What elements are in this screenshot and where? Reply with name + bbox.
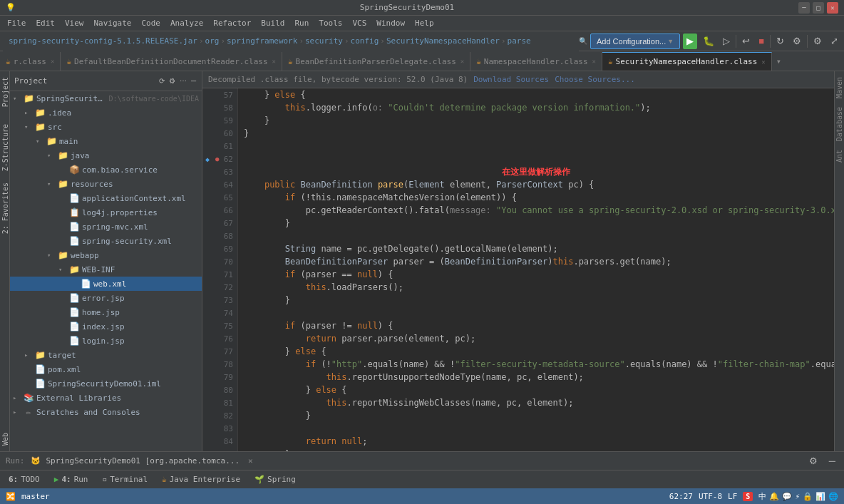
- maven-side-label[interactable]: Maven: [835, 74, 843, 101]
- update-button[interactable]: ↻: [773, 34, 787, 49]
- choose-sources-link[interactable]: Choose Sources...: [555, 75, 635, 84]
- menu-tools[interactable]: Tools: [314, 17, 346, 29]
- tab-namespacehandler[interactable]: ☕ NamespaceHandler.class ✕: [470, 52, 602, 71]
- code-content[interactable]: } else { this.logger.info(o: "Couldn't d…: [238, 88, 834, 451]
- sidebar-sync-button[interactable]: ⟳: [158, 73, 166, 89]
- tab-securitynamespace[interactable]: ☕ SecurityNamespaceHandler.class ✕: [602, 52, 772, 71]
- tree-item-homejsp[interactable]: 📄 home.jsp: [10, 305, 202, 319]
- terminal-tab[interactable]: ▫ Terminal: [97, 473, 154, 485]
- run-tab[interactable]: ▶ 4: Run: [48, 473, 94, 485]
- tree-item-loginjsp[interactable]: 📄 login.jsp: [10, 334, 202, 348]
- sidebar-minimize-button[interactable]: ─: [190, 73, 197, 89]
- status-icon4: 🔒: [803, 492, 813, 501]
- minimize-button[interactable]: ─: [798, 2, 810, 14]
- menu-code[interactable]: Code: [137, 17, 165, 29]
- breadcrumb-org[interactable]: org: [205, 36, 220, 46]
- menu-view[interactable]: View: [61, 17, 88, 29]
- tree-item-webxml[interactable]: 📄 web.xml: [10, 277, 202, 291]
- tree-item-webinf[interactable]: ▾ 📁 WEB-INF: [10, 262, 202, 277]
- debug-button[interactable]: 🐛: [700, 34, 717, 49]
- tree-item-springmvc[interactable]: 📄 spring-mvc.xml: [10, 220, 202, 234]
- tree-item-resources[interactable]: ▾ 📁 resources: [10, 177, 202, 191]
- tree-item-project[interactable]: ▾ 📁 SpringSecurityDemo01 D:\software-cod…: [10, 91, 202, 106]
- tree-item-webapp[interactable]: ▾ 📁 webapp: [10, 248, 202, 262]
- menu-vcs[interactable]: VCS: [348, 17, 371, 29]
- tab-more-button[interactable]: ▾: [772, 52, 786, 71]
- java-enterprise-tab[interactable]: ☕ Java Enterprise: [156, 473, 246, 485]
- tree-item-target[interactable]: ▸ 📁 target: [10, 348, 202, 362]
- menu-build[interactable]: Build: [257, 17, 289, 29]
- close-button[interactable]: ✕: [827, 2, 838, 14]
- tree-label-java: java: [71, 151, 90, 160]
- menu-window[interactable]: Window: [372, 17, 409, 29]
- tree-item-errorjsp[interactable]: 📄 error.jsp: [10, 291, 202, 305]
- tab-close-4[interactable]: ✕: [592, 58, 596, 65]
- menu-edit[interactable]: Edit: [32, 17, 60, 29]
- breadcrumb-handler[interactable]: SecurityNamespaceHandler: [386, 36, 500, 46]
- tree-item-appcontext[interactable]: 📄 applicationContext.xml: [10, 191, 202, 205]
- spring-tab[interactable]: 🌱 Spring: [249, 473, 302, 485]
- menu-file[interactable]: File: [3, 17, 31, 29]
- breadcrumb-springframework[interactable]: springframework: [227, 36, 297, 46]
- tree-item-service[interactable]: 📦 com.biao.service: [10, 163, 202, 177]
- run-close-button[interactable]: ✕: [248, 456, 253, 466]
- zstructure-side-label[interactable]: Z-Structure: [0, 118, 11, 177]
- tab-close-3[interactable]: ✕: [460, 58, 464, 65]
- download-sources-link[interactable]: Download Sources: [473, 75, 549, 84]
- jsp-icon-3: 📄: [68, 322, 80, 331]
- tab-close-5[interactable]: ✕: [761, 58, 765, 66]
- menu-run[interactable]: Run: [290, 17, 313, 29]
- add-configuration-button[interactable]: Add Configuration... ▼: [590, 34, 680, 49]
- sidebar-gear-button[interactable]: ⚙: [168, 73, 177, 89]
- tree-label-resources: resources: [71, 180, 113, 189]
- expand-button[interactable]: ⤢: [828, 34, 841, 49]
- tree-item-src[interactable]: ▾ 📁 src: [10, 120, 202, 134]
- breadcrumb-parse[interactable]: parse: [508, 36, 531, 46]
- favorites-side-label[interactable]: 2: Favorites: [0, 177, 11, 240]
- tab-close-2[interactable]: ✕: [272, 58, 276, 65]
- toolbar-divider: [736, 35, 736, 48]
- sidebar-settings-button[interactable]: ⋯: [178, 73, 188, 89]
- tree-item-idea[interactable]: ▸ 📁 .idea: [10, 106, 202, 120]
- tab-defaultbean[interactable]: ☕ DefaultBeanDefinitionDocumentReader.cl…: [61, 52, 282, 71]
- menu-refactor[interactable]: Refactor: [209, 17, 255, 29]
- sdk-button[interactable]: ⚙: [790, 34, 804, 49]
- project-side-label[interactable]: Project: [0, 71, 11, 113]
- menu-help[interactable]: Help: [411, 17, 438, 29]
- stop-button[interactable]: ■: [756, 34, 767, 49]
- tree-item-indexjsp[interactable]: 📄 index.jsp: [10, 319, 202, 334]
- database-side-label[interactable]: Database: [835, 104, 843, 144]
- jsp-icon-1: 📄: [68, 293, 80, 303]
- tree-item-extlibs[interactable]: ▸ 📚 External Libraries: [10, 391, 202, 405]
- ant-side-label[interactable]: Ant: [835, 147, 843, 165]
- tree-item-springsec[interactable]: 📄 spring-security.xml: [10, 234, 202, 248]
- decompile-message: Decompiled .class file, bytecode version…: [208, 75, 468, 84]
- tab-beandefinitionparser[interactable]: ☕ BeanDefinitionParserDelegate.class ✕: [282, 52, 470, 71]
- settings-button[interactable]: ⚙: [810, 34, 825, 49]
- extlibs-icon: 📚: [23, 393, 34, 403]
- run-minimize-button[interactable]: ─: [826, 453, 838, 469]
- tab-close-1[interactable]: ✕: [51, 58, 54, 65]
- web-side-label[interactable]: Web: [0, 427, 9, 451]
- run-coverage-button[interactable]: ▷: [720, 34, 733, 49]
- tab-rclass[interactable]: ☕ r.class ✕: [0, 52, 61, 71]
- sidebar-toolbar: ⟳ ⚙ ⋯ ─: [158, 73, 197, 89]
- maximize-button[interactable]: □: [813, 2, 824, 14]
- run-settings-button[interactable]: ⚙: [806, 453, 820, 469]
- breadcrumb-jar[interactable]: spring-security-config-5.1.5.RELEASE.jar: [9, 36, 197, 46]
- rerun-button[interactable]: ↩: [739, 34, 753, 49]
- tree-item-java[interactable]: ▾ 📁 java: [10, 148, 202, 163]
- tree-item-log4j[interactable]: 📋 log4j.properties: [10, 205, 202, 220]
- tree-item-pom[interactable]: 📄 pom.xml: [10, 362, 202, 376]
- web-label[interactable]: Web: [0, 427, 11, 451]
- far-left-spacer: Project Z-Structure 2: Favorites: [0, 71, 9, 427]
- run-button[interactable]: ▶: [683, 34, 697, 49]
- breadcrumb-security[interactable]: security: [305, 36, 343, 46]
- tree-item-scratches[interactable]: ▸ ✏️ Scratches and Consoles: [10, 405, 202, 419]
- menu-navigate[interactable]: Navigate: [90, 17, 136, 29]
- todo-tab[interactable]: 6: TODO: [3, 473, 46, 485]
- tree-item-main[interactable]: ▾ 📁 main: [10, 134, 202, 148]
- tree-item-iml[interactable]: 📄 SpringSecurityDemo01.iml: [10, 376, 202, 391]
- menu-analyze[interactable]: Analyze: [166, 17, 207, 29]
- breadcrumb-config[interactable]: config: [351, 36, 379, 46]
